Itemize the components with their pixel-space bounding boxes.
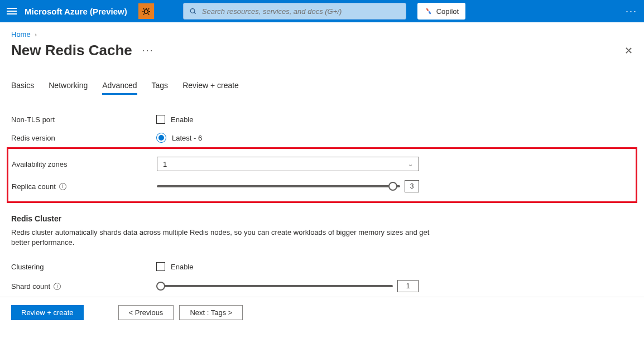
shard-slider-thumb[interactable] [156, 282, 165, 291]
top-bar: Microsoft Azure (Preview) Copilot ··· [0, 0, 644, 22]
search-box[interactable] [183, 3, 406, 20]
chevron-right-icon: › [35, 31, 37, 38]
footer: Review + create < Previous Next : Tags > [0, 297, 644, 328]
tabs: Basics Networking Advanced Tags Review +… [11, 81, 633, 95]
availability-zones-select[interactable]: 1 ⌄ [157, 157, 419, 171]
tab-advanced[interactable]: Advanced [102, 81, 137, 95]
page-more-icon[interactable]: ··· [142, 45, 154, 56]
non-tls-port-label: Non-TLS port [11, 115, 156, 124]
review-create-button[interactable]: Review + create [11, 305, 84, 320]
availability-zones-label: Availability zones [12, 160, 157, 168]
redis-version-radio[interactable] [156, 133, 166, 143]
previous-button[interactable]: < Previous [118, 305, 174, 320]
row-replica-count: Replica count i 3 [12, 176, 632, 197]
copilot-icon [424, 7, 433, 16]
replica-slider-thumb[interactable] [388, 182, 397, 191]
clustering-checkbox[interactable] [156, 262, 165, 271]
tab-networking[interactable]: Networking [49, 81, 88, 95]
highlighted-settings: Availability zones 1 ⌄ Replica count i [7, 147, 637, 203]
shard-count-slider[interactable] [156, 285, 393, 287]
copilot-button[interactable]: Copilot [417, 3, 465, 20]
tab-review[interactable]: Review + create [182, 81, 239, 95]
search-icon [189, 7, 196, 15]
tab-basics[interactable]: Basics [11, 81, 34, 95]
row-non-tls-port: Non-TLS port Enable [11, 110, 633, 128]
more-icon[interactable]: ··· [626, 6, 637, 17]
row-clustering: Clustering Enable [11, 258, 633, 276]
breadcrumb: Home › [0, 22, 644, 42]
replica-count-value[interactable]: 3 [405, 180, 419, 192]
menu-icon[interactable] [7, 6, 17, 16]
row-shard-count: Shard count i 1 [11, 276, 633, 297]
clustering-label: Clustering [11, 263, 156, 271]
row-redis-version: Redis version Latest - 6 [11, 128, 633, 147]
title-row: New Redis Cache ··· ✕ [0, 42, 644, 65]
replica-count-label: Replica count [12, 182, 56, 191]
breadcrumb-home[interactable]: Home [11, 30, 31, 38]
copilot-label: Copilot [436, 7, 459, 16]
info-icon-2[interactable]: i [54, 283, 61, 290]
info-icon[interactable]: i [59, 183, 66, 190]
replica-count-slider[interactable] [157, 185, 400, 187]
next-button[interactable]: Next : Tags > [179, 305, 243, 320]
chevron-down-icon: ⌄ [408, 161, 413, 168]
redis-version-label: Redis version [11, 134, 156, 142]
redis-version-value: Latest - 6 [172, 134, 202, 142]
close-icon[interactable]: ✕ [624, 45, 633, 57]
cluster-description: Redis cluster automatically shards data … [11, 228, 435, 248]
svg-point-1 [190, 9, 195, 13]
availability-zones-value: 1 [163, 160, 167, 168]
svg-point-0 [144, 9, 148, 13]
tab-tags[interactable]: Tags [152, 81, 169, 95]
non-tls-port-checkbox[interactable] [156, 115, 165, 124]
cluster-heading: Redis Cluster [11, 214, 633, 223]
page-title: New Redis Cache [11, 42, 132, 59]
shard-count-value[interactable]: 1 [397, 280, 419, 292]
enable-label-1: Enable [171, 115, 193, 124]
content-scroll[interactable]: Basics Networking Advanced Tags Review +… [0, 65, 644, 297]
brand-label: Microsoft Azure (Preview) [25, 7, 127, 16]
shard-count-label: Shard count [11, 282, 50, 291]
search-input[interactable] [201, 7, 400, 16]
bug-icon[interactable] [138, 3, 154, 19]
row-availability-zones: Availability zones 1 ⌄ [12, 152, 632, 176]
enable-label-2: Enable [171, 263, 193, 271]
